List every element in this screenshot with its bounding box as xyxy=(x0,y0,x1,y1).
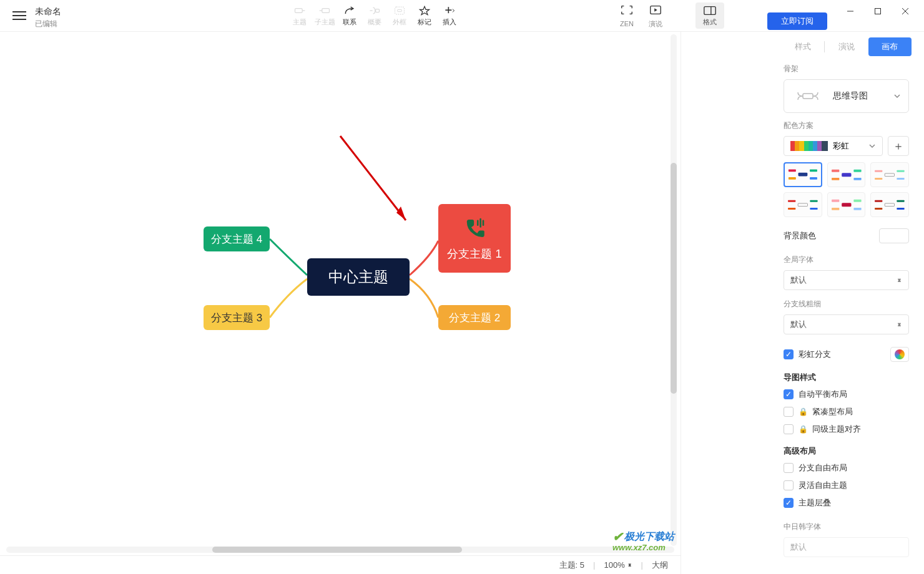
premium-icon: 🔒 xyxy=(799,425,807,434)
theme-preset-3[interactable] xyxy=(870,162,909,187)
svg-rect-35 xyxy=(897,170,905,172)
svg-rect-49 xyxy=(875,208,882,210)
branch-topic-4[interactable]: 分支主题 4 xyxy=(204,226,270,251)
status-bar: 主题: 5 | 100%▲▼ | 大纲 xyxy=(0,555,681,574)
svg-rect-38 xyxy=(788,200,795,202)
horizontal-scrollbar[interactable] xyxy=(6,547,674,555)
add-color-scheme-button[interactable]: ＋ xyxy=(888,136,909,156)
bg-color-label: 背景颜色 xyxy=(784,230,816,241)
svg-rect-51 xyxy=(897,208,905,210)
mindmap-structure-icon xyxy=(792,89,824,104)
svg-rect-40 xyxy=(810,200,817,202)
cjk-font-select[interactable]: 默认 xyxy=(784,537,909,557)
svg-rect-30 xyxy=(853,170,861,172)
theme-preset-4[interactable] xyxy=(784,192,822,217)
center-topic[interactable]: 中心主题 xyxy=(307,258,410,296)
subscribe-button[interactable]: 立即订阅 xyxy=(767,12,827,30)
svg-rect-26 xyxy=(810,177,817,180)
tab-style[interactable]: 样式 xyxy=(781,37,824,56)
bg-color-swatch[interactable] xyxy=(879,228,909,243)
branch-topic-2[interactable]: 分支主题 2 xyxy=(438,305,511,330)
svg-line-17 xyxy=(340,136,406,220)
topic-count-label: 主题: 5 xyxy=(559,560,584,571)
font-select[interactable]: 默认▲▼ xyxy=(784,270,909,290)
present-button[interactable]: 演说 xyxy=(643,4,668,29)
svg-rect-7 xyxy=(322,9,330,13)
svg-rect-23 xyxy=(789,170,796,172)
svg-rect-46 xyxy=(853,208,861,210)
relation-button[interactable]: 联系 xyxy=(337,4,362,28)
outline-button[interactable]: 大纲 xyxy=(652,560,668,571)
auto-balance-checkbox[interactable] xyxy=(784,389,794,399)
free-branch-checkbox[interactable] xyxy=(784,463,794,473)
svg-rect-27 xyxy=(842,173,851,177)
svg-rect-42 xyxy=(842,203,851,207)
same-level-checkbox[interactable] xyxy=(784,424,794,434)
tab-canvas[interactable]: 画布 xyxy=(868,37,912,56)
svg-rect-43 xyxy=(832,200,839,202)
topic-button[interactable]: 主题 xyxy=(287,4,312,28)
theme-preset-1[interactable] xyxy=(784,162,822,187)
skeleton-label: 骨架 xyxy=(784,64,909,74)
maximize-button[interactable] xyxy=(864,2,892,20)
advanced-layout-title: 高级布局 xyxy=(775,438,918,459)
svg-rect-32 xyxy=(885,173,894,177)
font-label: 全局字体 xyxy=(775,246,918,265)
svg-rect-28 xyxy=(832,170,839,172)
branch-topic-1[interactable]: 分支主题 1 xyxy=(438,204,511,273)
svg-rect-41 xyxy=(810,208,817,210)
svg-rect-47 xyxy=(885,203,894,207)
rainbow-branch-checkbox[interactable] xyxy=(784,349,794,359)
document-status: 已编辑 xyxy=(35,19,57,29)
subtopic-button[interactable]: 子主题 xyxy=(312,4,337,28)
svg-rect-10 xyxy=(395,7,405,14)
rainbow-color-picker[interactable] xyxy=(890,347,909,362)
color-scheme-select[interactable]: 彩虹 xyxy=(784,136,883,156)
svg-rect-29 xyxy=(832,178,839,180)
svg-rect-39 xyxy=(788,208,795,210)
annotation-arrow xyxy=(337,133,418,233)
boundary-button[interactable]: 外框 xyxy=(387,4,412,28)
summary-button[interactable]: 概要 xyxy=(362,4,387,28)
theme-preset-6[interactable] xyxy=(870,192,909,217)
svg-rect-31 xyxy=(853,178,861,180)
svg-rect-4 xyxy=(295,9,303,13)
svg-rect-1 xyxy=(875,9,881,14)
svg-rect-22 xyxy=(798,173,807,177)
svg-rect-34 xyxy=(875,178,882,180)
insert-button[interactable]: 插入 xyxy=(437,4,462,28)
free-topic-checkbox[interactable] xyxy=(784,480,794,490)
mindmap-canvas[interactable]: 中心主题 分支主题 1 分支主题 2 分支主题 3 分支主题 4 xyxy=(0,32,681,574)
chevron-down-icon xyxy=(868,142,876,150)
svg-rect-48 xyxy=(875,200,882,202)
document-title: 未命名 xyxy=(35,6,61,17)
line-weight-label: 分支线粗细 xyxy=(775,290,918,309)
svg-rect-25 xyxy=(810,170,817,172)
tab-present[interactable]: 演说 xyxy=(825,37,868,56)
svg-rect-24 xyxy=(789,177,796,180)
skeleton-select[interactable]: 思维导图 xyxy=(784,79,909,113)
close-button[interactable] xyxy=(892,2,919,20)
premium-icon: 🔒 xyxy=(799,407,807,416)
topic-overlap-checkbox[interactable] xyxy=(784,498,794,508)
hamburger-menu[interactable] xyxy=(12,11,26,21)
zen-button[interactable]: ZEN xyxy=(614,4,639,29)
zoom-level[interactable]: 100%▲▼ xyxy=(604,560,632,570)
minimize-button[interactable] xyxy=(837,2,864,20)
svg-rect-36 xyxy=(897,178,905,180)
svg-rect-15 xyxy=(704,7,715,15)
svg-rect-45 xyxy=(853,200,861,202)
theme-preset-5[interactable] xyxy=(827,192,866,217)
svg-rect-9 xyxy=(376,9,380,12)
format-panel: 样式 演说 画布 骨架 思维导图 配色方案 彩虹 ＋ xyxy=(681,31,924,574)
svg-rect-11 xyxy=(398,9,402,11)
rainbow-swatch-icon xyxy=(790,141,828,151)
marker-button[interactable]: 标记 xyxy=(412,4,437,28)
line-weight-select[interactable]: 默认▲▼ xyxy=(784,314,909,334)
branch-topic-3[interactable]: 分支主题 3 xyxy=(204,305,270,330)
format-button[interactable]: 格式 xyxy=(695,2,724,29)
cjk-font-label: 中日韩字体 xyxy=(775,512,918,532)
compact-checkbox[interactable] xyxy=(784,407,794,417)
vertical-scrollbar[interactable] xyxy=(671,34,679,546)
theme-preset-2[interactable] xyxy=(827,162,866,187)
